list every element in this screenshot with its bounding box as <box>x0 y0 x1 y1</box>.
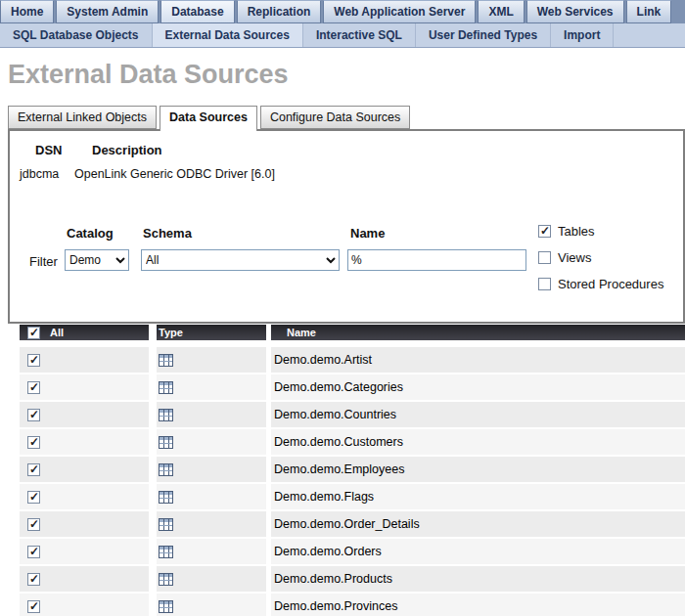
table-row: Demo.demo.Countries <box>20 402 685 427</box>
row-name: Demo.demo.Flags <box>274 490 374 504</box>
primary-nav: Home System Admin Database Replication W… <box>0 0 685 23</box>
nav-tab-system-admin[interactable]: System Admin <box>56 0 159 23</box>
name-column-header: Name <box>271 325 685 340</box>
row-type-cell <box>157 511 266 537</box>
table-row: Demo.demo.Order_Details <box>20 511 685 537</box>
table-row: Demo.demo.Flags <box>20 484 685 509</box>
row-checkbox[interactable] <box>27 518 40 531</box>
filter-label: Filter <box>29 254 58 269</box>
nav-tab-interactive-sql[interactable]: Interactive SQL <box>303 23 416 47</box>
row-name-cell: Demo.demo.Order_Details <box>271 511 685 537</box>
table-icon <box>159 518 173 531</box>
table-icon <box>159 600 173 613</box>
table-row: Demo.demo.Provinces <box>20 594 685 616</box>
row-select-cell <box>20 511 149 537</box>
nav-tab-link[interactable]: Link <box>626 0 672 23</box>
folder-tabstrip: External Linked Objects Data Sources Con… <box>8 106 685 129</box>
option-stored-procedures: Stored Procedures <box>538 277 663 291</box>
row-name-cell: Demo.demo.Customers <box>271 429 685 455</box>
page-title: External Data Sources <box>8 60 685 90</box>
table-row: Demo.demo.Employees <box>20 457 685 482</box>
row-name-cell: Demo.demo.Products <box>271 566 685 592</box>
table-row: Demo.demo.Orders <box>20 539 685 564</box>
table-icon <box>159 381 173 394</box>
row-name: Demo.demo.Countries <box>274 408 396 421</box>
tables-checkbox[interactable] <box>538 225 551 238</box>
row-type-cell <box>157 484 266 509</box>
row-name-cell: Demo.demo.Countries <box>271 402 685 427</box>
name-filter-input[interactable] <box>347 249 526 271</box>
table-icon <box>159 573 173 586</box>
table-icon <box>159 546 173 558</box>
row-name-cell: Demo.demo.Employees <box>271 457 685 482</box>
row-select-cell <box>20 429 149 455</box>
description-column-label: Description <box>92 143 162 157</box>
nav-tab-external-data-sources[interactable]: External Data Sources <box>153 23 303 47</box>
stored-procedures-label: Stored Procedures <box>558 277 663 291</box>
row-checkbox[interactable] <box>27 546 40 558</box>
row-name-cell: Demo.demo.Artist <box>271 347 685 373</box>
nav-tab-replication[interactable]: Replication <box>237 0 322 23</box>
stored-procedures-checkbox[interactable] <box>538 278 551 290</box>
table-row: Demo.demo.Customers <box>20 429 685 455</box>
filter-panel: DSN Description jdbcma OpenLink Generic … <box>8 129 685 324</box>
schema-label: Schema <box>143 226 192 241</box>
row-checkbox[interactable] <box>27 491 40 504</box>
nav-tab-home[interactable]: Home <box>0 0 54 23</box>
row-type-cell <box>157 566 266 592</box>
tab-external-linked-objects[interactable]: External Linked Objects <box>8 106 157 129</box>
type-column-header: Type <box>157 325 266 340</box>
row-select-cell <box>20 402 149 427</box>
row-checkbox[interactable] <box>27 573 40 586</box>
row-checkbox[interactable] <box>27 463 40 476</box>
row-select-cell <box>20 457 149 482</box>
dsn-column-label: DSN <box>35 143 62 157</box>
table-header-row: All Type Name <box>20 325 685 340</box>
nav-tab-import[interactable]: Import <box>551 23 614 47</box>
table-icon <box>159 436 173 449</box>
nav-tab-database[interactable]: Database <box>160 0 234 23</box>
row-name-cell: Demo.demo.Provinces <box>271 594 685 616</box>
table-icon <box>159 354 173 367</box>
row-select-cell <box>20 566 149 592</box>
row-name: Demo.demo.Order_Details <box>274 517 420 531</box>
catalog-select[interactable]: Demo <box>65 249 129 271</box>
all-column-header: All <box>50 327 64 338</box>
row-select-cell <box>20 484 149 509</box>
row-name: Demo.demo.Customers <box>274 435 403 449</box>
row-checkbox[interactable] <box>27 600 40 613</box>
row-type-cell <box>157 457 266 482</box>
row-name: Demo.demo.Orders <box>274 545 382 558</box>
row-checkbox[interactable] <box>27 436 40 449</box>
nav-tab-xml[interactable]: XML <box>478 0 524 23</box>
select-all-checkbox[interactable] <box>27 327 40 339</box>
results-table: All Type Name Demo.demo.Artist Demo.demo… <box>20 325 685 616</box>
row-name: Demo.demo.Products <box>274 572 392 586</box>
row-type-cell <box>157 347 266 373</box>
nav-tab-sql-database-objects[interactable]: SQL Database Objects <box>0 23 153 47</box>
row-type-cell <box>157 402 266 427</box>
tab-data-sources[interactable]: Data Sources <box>160 106 257 131</box>
views-label: Views <box>558 250 591 265</box>
option-views: Views <box>538 250 591 265</box>
row-name: Demo.demo.Employees <box>274 462 404 476</box>
row-checkbox[interactable] <box>27 409 40 421</box>
row-select-cell <box>20 374 149 400</box>
nav-tab-web-services[interactable]: Web Services <box>526 0 624 23</box>
nav-tab-user-defined-types[interactable]: User Defined Types <box>416 23 551 47</box>
nav-tab-web-application-server[interactable]: Web Application Server <box>323 0 476 23</box>
name-label: Name <box>350 226 385 241</box>
table-row: Demo.demo.Products <box>20 566 685 592</box>
views-checkbox[interactable] <box>538 251 551 264</box>
row-type-cell <box>157 594 266 616</box>
table-icon <box>159 463 173 476</box>
table-row: Demo.demo.Categories <box>20 374 685 400</box>
schema-select[interactable]: All <box>141 249 340 271</box>
table-row: Demo.demo.Artist <box>20 347 685 373</box>
row-select-cell <box>20 539 149 564</box>
row-name: Demo.demo.Provinces <box>274 599 397 613</box>
row-checkbox[interactable] <box>27 354 40 367</box>
row-checkbox[interactable] <box>27 381 40 394</box>
tab-configure-data-sources[interactable]: Configure Data Sources <box>260 106 410 129</box>
dsn-value[interactable]: jdbcma <box>20 167 59 181</box>
